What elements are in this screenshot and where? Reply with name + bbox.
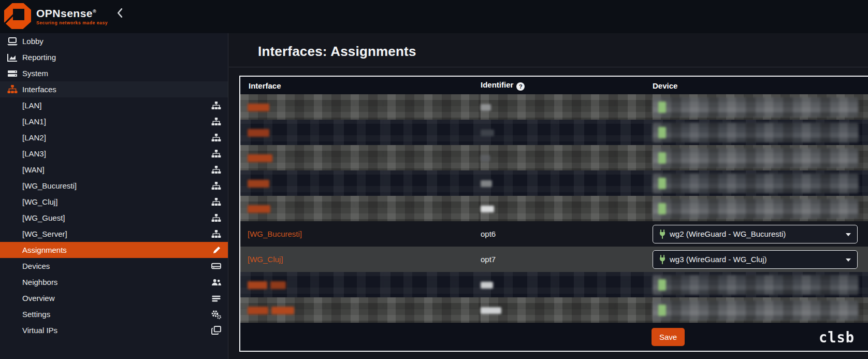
plug-icon	[658, 305, 666, 316]
sidebar-item-devices[interactable]: Devices	[0, 258, 228, 274]
sidebar-item-settings[interactable]: Settings	[0, 306, 228, 322]
table-row-redacted	[240, 145, 868, 170]
sitemap-icon	[211, 182, 221, 190]
redacted-interface	[248, 180, 269, 188]
clone-icon	[211, 326, 221, 335]
chevron-down-icon	[846, 233, 851, 236]
redacted-identifier	[481, 307, 501, 314]
main-content: Interfaces: Assignments Interface Identi…	[229, 33, 868, 359]
plug-icon	[658, 255, 667, 264]
column-header-identifier: Identifier?	[481, 77, 653, 94]
redacted-identifier	[481, 206, 494, 212]
redacted-device-select	[653, 300, 859, 320]
server-icon	[7, 69, 18, 78]
device-select-value: wg3 (WireGuard - WG_Cluj)	[670, 255, 767, 264]
assignments-panel: Interface Identifier? Device	[239, 76, 868, 352]
interface-link-wg-bucuresti[interactable]: [WG_Bucuresti]	[248, 229, 302, 238]
chevron-down-icon	[846, 259, 851, 262]
hdd-icon	[211, 262, 221, 270]
redacted-identifier	[481, 130, 494, 136]
help-question-icon[interactable]: ?	[516, 82, 525, 91]
sitemap-icon	[211, 230, 221, 238]
identifier-value: opt6	[481, 229, 496, 238]
sitemap-icon	[211, 166, 221, 174]
users-icon	[211, 278, 221, 286]
redacted-interface	[271, 307, 294, 314]
list-icon	[211, 294, 221, 303]
save-button[interactable]: Save	[652, 328, 685, 346]
sidebar-item-virtual-ips[interactable]: Virtual IPs	[0, 322, 228, 338]
table-row-redacted	[240, 196, 868, 221]
sitemap-icon	[211, 198, 221, 206]
assignments-table: Interface Identifier? Device	[240, 77, 868, 323]
redacted-device-select	[653, 148, 859, 168]
device-select-wg2[interactable]: wg2 (WireGuard - WG_Bucuresti)	[653, 225, 858, 243]
sidebar-item-wan[interactable]: [WAN]	[0, 162, 228, 178]
opnsense-logo	[4, 3, 31, 29]
sitemap-icon	[211, 102, 221, 110]
plug-icon	[658, 203, 666, 214]
redacted-interface	[248, 104, 269, 111]
redacted-device-select	[653, 123, 859, 142]
sitemap-icon	[7, 85, 18, 94]
sidebar-item-wg-cluj[interactable]: [WG_Cluj]	[0, 194, 228, 210]
sidebar-collapse-icon[interactable]	[117, 8, 123, 20]
plug-icon	[658, 127, 666, 138]
plug-icon	[658, 102, 666, 113]
redacted-identifier	[481, 104, 491, 111]
redacted-device-select	[653, 275, 859, 295]
sidebar-item-assignments[interactable]: Assignments	[0, 242, 228, 258]
redacted-device-select	[653, 97, 859, 117]
table-row-redacted	[240, 120, 868, 145]
table-header-row: Interface Identifier? Device	[240, 77, 868, 94]
sitemap-icon	[211, 134, 221, 142]
device-select-wg3[interactable]: wg3 (WireGuard - WG_Cluj)	[653, 250, 858, 269]
gears-icon	[211, 310, 221, 319]
redacted-identifier	[481, 282, 493, 289]
column-header-interface: Interface	[240, 77, 481, 94]
redacted-interface	[248, 307, 268, 314]
sidebar-item-lan[interactable]: [LAN]	[0, 97, 228, 113]
sidebar-item-lan1[interactable]: [LAN1]	[0, 113, 228, 130]
identifier-value: opt7	[481, 255, 496, 264]
plug-icon	[658, 279, 666, 291]
plug-icon	[658, 152, 666, 164]
sidebar-item-wg-guest[interactable]: [WG_Guest]	[0, 210, 228, 226]
sidebar-item-interfaces[interactable]: Interfaces	[0, 81, 228, 97]
sidebar-item-neighbors[interactable]: Neighbors	[0, 274, 228, 290]
top-bar: OPNsense® Securing networks made easy	[0, 0, 868, 33]
sidebar-item-wg-server[interactable]: [WG_Server]	[0, 226, 228, 242]
sidebar-item-system[interactable]: System	[0, 65, 228, 81]
redacted-device-select	[653, 199, 859, 219]
page-title: Interfaces: Assignments	[229, 33, 868, 60]
redacted-interface	[270, 281, 286, 289]
watermark-logo: clsb	[819, 329, 855, 346]
table-footer: Save clsb	[240, 323, 868, 351]
redacted-device-select	[653, 174, 859, 193]
redacted-interface	[248, 281, 267, 289]
table-row: [WG_Bucuresti] opt6 wg2 (WireGuard - WG_…	[240, 221, 868, 247]
redacted-identifier	[481, 180, 492, 187]
pencil-icon	[212, 246, 221, 254]
table-row-redacted	[240, 272, 868, 297]
redacted-interface	[248, 129, 269, 137]
sitemap-icon	[211, 150, 221, 158]
registered-mark: ®	[93, 9, 96, 14]
brand-name: OPNsense®	[36, 7, 108, 20]
title-area: Interfaces: Assignments	[229, 33, 868, 67]
column-header-device: Device	[653, 77, 868, 94]
sidebar-item-lan3[interactable]: [LAN3]	[0, 146, 228, 162]
sidebar-item-wg-bucuresti[interactable]: [WG_Bucuresti]	[0, 178, 228, 194]
sidebar-item-lan2[interactable]: [LAN2]	[0, 130, 228, 146]
redacted-interface	[248, 154, 272, 162]
sidebar-item-reporting[interactable]: Reporting	[0, 49, 228, 65]
sitemap-icon	[211, 118, 221, 126]
table-row: [WG_Cluj] opt7 wg3 (WireGuard - WG_Cluj)	[240, 247, 868, 272]
redacted-identifier	[481, 155, 490, 162]
sidebar-item-overview[interactable]: Overview	[0, 290, 228, 306]
interface-link-wg-cluj[interactable]: [WG_Cluj]	[248, 255, 283, 264]
sidebar: Lobby Reporting System Interfaces [LAN] …	[0, 33, 228, 359]
sidebar-item-lobby[interactable]: Lobby	[0, 33, 228, 49]
brand-tagline: Securing networks made easy	[36, 20, 108, 25]
table-row-redacted	[240, 297, 868, 323]
